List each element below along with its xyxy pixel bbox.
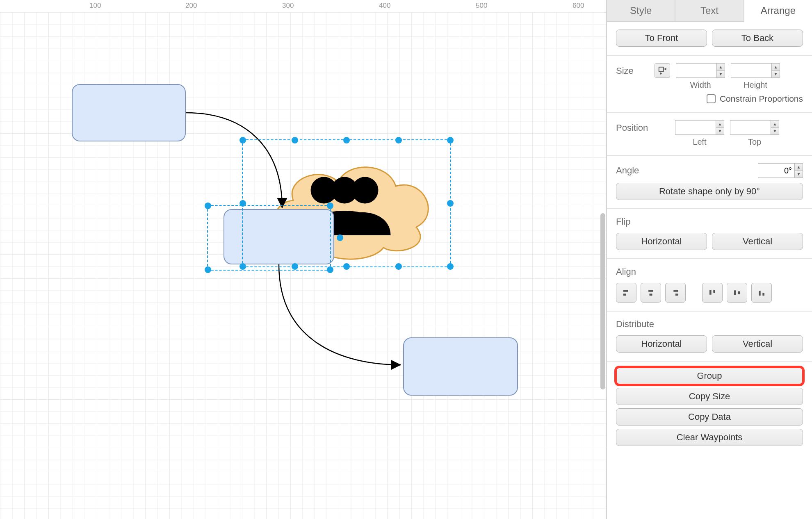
flip-label: Flip [616, 216, 803, 227]
tab-arrange[interactable]: Arrange [744, 0, 812, 22]
format-panel: Style Text Arrange To Front To Back Size [606, 0, 812, 519]
flip-section: Flip Horizontal Vertical [607, 209, 812, 259]
vertical-scrollbar[interactable] [600, 213, 605, 389]
ruler-tick: 400 [379, 2, 390, 10]
selection-outline[interactable] [207, 205, 331, 271]
ruler-tick: 200 [185, 2, 197, 10]
copy-size-button[interactable]: Copy Size [616, 388, 803, 405]
align-left-icon[interactable] [616, 283, 636, 303]
align-top-icon[interactable] [702, 283, 723, 303]
align-right-icon[interactable] [665, 283, 686, 303]
top-input[interactable]: ▲▼ [730, 120, 779, 135]
angle-section: Angle 0° ▲▼ Rotate shape only by 90° [607, 156, 812, 209]
align-section: Align [607, 259, 812, 312]
ruler-tick: 500 [476, 2, 487, 10]
align-middle-v-icon[interactable] [727, 283, 747, 303]
resize-handle[interactable] [205, 266, 211, 273]
distribute-section: Distribute Horizontal Vertical [607, 312, 812, 362]
tab-text[interactable]: Text [675, 0, 744, 22]
ruler-horizontal: 100 200 300 400 500 600 [0, 0, 606, 12]
resize-handle[interactable] [239, 137, 246, 143]
resize-handle[interactable] [327, 266, 333, 273]
ruler-tick: 100 [89, 2, 101, 10]
to-front-button[interactable]: To Front [616, 30, 707, 47]
rotation-handle[interactable] [337, 234, 343, 241]
resize-handle[interactable] [395, 263, 402, 270]
distribute-label: Distribute [616, 319, 803, 330]
position-label: Position [616, 123, 669, 133]
top-caption: Top [748, 137, 761, 147]
align-label: Align [616, 266, 803, 277]
height-input[interactable]: ▲▼ [731, 63, 780, 78]
resize-handle[interactable] [447, 200, 454, 207]
panel-tabs: Style Text Arrange [607, 0, 812, 22]
constrain-checkbox[interactable] [707, 94, 716, 103]
distribute-horizontal-button[interactable]: Horizontal [616, 335, 707, 353]
group-button[interactable]: Group [616, 367, 803, 385]
spin-up-icon[interactable]: ▲ [794, 164, 803, 171]
size-section: Size ▲▼ Width ▲▼ Height [607, 56, 812, 113]
spin-up-icon[interactable]: ▲ [771, 121, 779, 128]
rounded-rect-shape[interactable] [403, 337, 518, 396]
flip-vertical-button[interactable]: Vertical [712, 233, 803, 250]
to-back-button[interactable]: To Back [712, 30, 803, 47]
rounded-rect-shape[interactable] [72, 84, 186, 141]
align-center-h-icon[interactable] [641, 283, 661, 303]
copy-data-button[interactable]: Copy Data [616, 408, 803, 426]
constrain-label: Constrain Proportions [720, 94, 803, 104]
spin-down-icon[interactable]: ▼ [716, 128, 724, 135]
width-caption: Width [690, 80, 711, 90]
clear-waypoints-button[interactable]: Clear Waypoints [616, 429, 803, 446]
rotate-90-button[interactable]: Rotate shape only by 90° [616, 183, 803, 200]
distribute-vertical-button[interactable]: Vertical [712, 335, 803, 353]
flip-horizontal-button[interactable]: Horizontal [616, 233, 707, 250]
resize-handle[interactable] [395, 137, 402, 143]
resize-handle[interactable] [205, 203, 211, 209]
size-label: Size [616, 66, 649, 76]
position-section: Position ▲▼ Left ▲▼ Top [607, 113, 812, 156]
angle-input[interactable]: 0° ▲▼ [758, 163, 803, 178]
spin-down-icon[interactable]: ▼ [771, 71, 780, 78]
ruler-tick: 300 [282, 2, 294, 10]
actions-section: Group Copy Size Copy Data Clear Waypoint… [607, 362, 812, 458]
width-input[interactable]: ▲▼ [676, 63, 725, 78]
resize-handle[interactable] [343, 137, 350, 143]
spin-up-icon[interactable]: ▲ [771, 64, 780, 71]
resize-handle[interactable] [327, 203, 333, 209]
order-section: To Front To Back [607, 22, 812, 56]
resize-handle[interactable] [447, 137, 454, 143]
tab-style[interactable]: Style [607, 0, 675, 22]
svg-rect-3 [659, 67, 664, 72]
resize-handle[interactable] [292, 137, 298, 143]
spin-down-icon[interactable]: ▼ [716, 71, 725, 78]
spin-up-icon[interactable]: ▲ [716, 64, 725, 71]
ruler-tick: 600 [573, 2, 584, 10]
spin-down-icon[interactable]: ▼ [771, 128, 779, 135]
autosize-icon[interactable] [655, 63, 670, 78]
spin-up-icon[interactable]: ▲ [716, 121, 724, 128]
height-caption: Height [744, 80, 767, 90]
resize-handle[interactable] [447, 263, 454, 270]
resize-handle[interactable] [343, 263, 350, 270]
spin-down-icon[interactable]: ▼ [794, 171, 803, 178]
left-input[interactable]: ▲▼ [675, 120, 724, 135]
diagram-canvas[interactable]: 100 200 300 400 500 600 [0, 0, 606, 519]
angle-label: Angle [616, 165, 639, 176]
align-bottom-icon[interactable] [751, 283, 772, 303]
left-caption: Left [693, 137, 706, 147]
